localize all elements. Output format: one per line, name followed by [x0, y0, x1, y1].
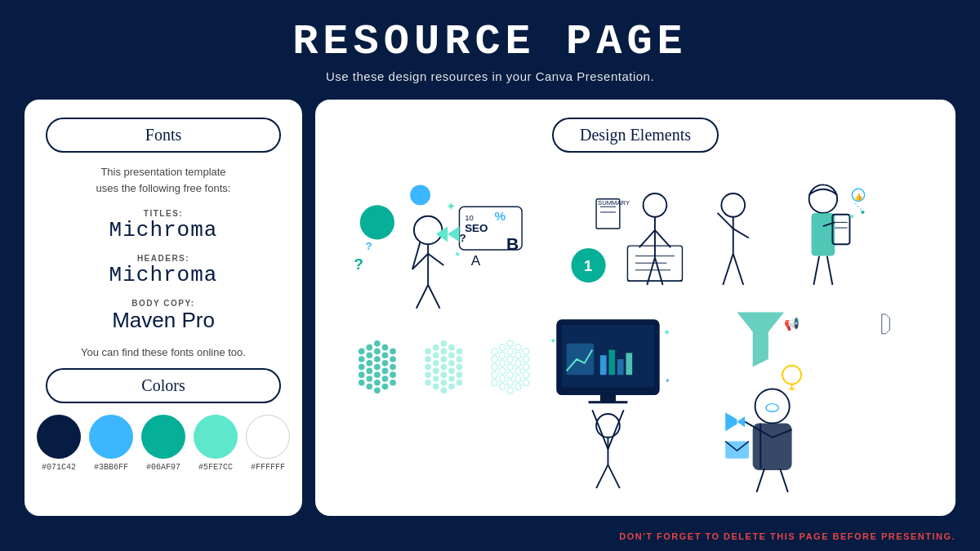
svg-text:10: 10 [465, 213, 474, 222]
svg-point-100 [440, 371, 447, 378]
svg-point-76 [382, 360, 389, 367]
svg-point-80 [390, 349, 396, 355]
svg-point-130 [507, 380, 514, 386]
body-value: Maven Pro [46, 308, 281, 333]
colors-badge: Colors [46, 368, 281, 403]
svg-text:👍: 👍 [854, 193, 863, 202]
svg-point-73 [374, 388, 381, 394]
svg-point-133 [514, 352, 521, 358]
fonts-online-note: You can find these fonts online too. [46, 346, 281, 358]
svg-point-141 [523, 371, 529, 378]
svg-point-24 [644, 193, 667, 217]
svg-point-129 [507, 371, 514, 378]
svg-line-7 [428, 285, 439, 309]
svg-line-40 [733, 229, 749, 238]
design-elements-illustration: ? ? ? 10 SEO % B A ✦ ✦ [338, 166, 933, 498]
svg-point-102 [440, 388, 447, 394]
svg-point-155 [596, 414, 620, 438]
svg-point-99 [440, 364, 447, 371]
svg-line-55 [854, 202, 862, 211]
svg-point-111 [457, 364, 463, 371]
svg-line-31 [655, 230, 670, 247]
svg-point-70 [374, 364, 381, 371]
svg-line-42 [733, 254, 743, 285]
svg-point-138 [523, 349, 529, 355]
svg-point-115 [492, 356, 498, 362]
svg-marker-160 [737, 313, 784, 367]
svg-text:SUMMARY: SUMMARY [598, 199, 630, 207]
svg-point-105 [448, 360, 455, 367]
font-entry-headers: HEADERS: Michroma [46, 254, 281, 287]
svg-point-66 [366, 384, 372, 390]
svg-point-172 [782, 366, 801, 384]
svg-point-98 [440, 356, 447, 362]
svg-rect-149 [626, 353, 633, 375]
svg-point-163 [766, 404, 778, 412]
svg-point-71 [374, 371, 381, 378]
fonts-badge: Fonts [46, 118, 281, 153]
svg-point-116 [492, 364, 498, 371]
svg-marker-175 [882, 314, 890, 334]
svg-point-101 [440, 380, 447, 386]
svg-text:?: ? [354, 256, 363, 273]
svg-point-136 [514, 375, 521, 382]
svg-point-112 [457, 371, 463, 378]
svg-point-64 [366, 368, 372, 375]
svg-marker-166 [737, 416, 746, 427]
design-elements-badge: Design Elements [552, 118, 719, 153]
page-subtitle: Use these design resources in your Canva… [0, 69, 980, 83]
svg-point-128 [507, 364, 514, 371]
color-swatches: #071C42 #3BB6FF #06AF97 #5FE7CC #FFFFFF [46, 415, 281, 472]
svg-point-63 [366, 360, 372, 367]
svg-point-140 [523, 364, 529, 371]
font-entry-titles: TITLES: Michroma [46, 209, 281, 242]
color-hex-teal: #06AF97 [146, 463, 180, 472]
svg-point-104 [448, 352, 455, 358]
svg-point-89 [425, 380, 431, 386]
svg-text:✦: ✦ [665, 377, 670, 384]
svg-point-56 [359, 349, 365, 355]
svg-point-96 [440, 340, 447, 347]
svg-point-75 [382, 352, 389, 358]
svg-text:✦: ✦ [454, 251, 461, 260]
svg-point-74 [382, 344, 389, 351]
svg-point-93 [433, 368, 439, 375]
color-hex-white: #FFFFFF [251, 463, 285, 472]
svg-point-69 [374, 356, 381, 362]
svg-point-81 [390, 356, 396, 362]
svg-text:1: 1 [584, 257, 593, 274]
svg-point-0 [360, 205, 394, 239]
svg-text:✦: ✦ [550, 336, 556, 345]
svg-line-49 [813, 256, 819, 285]
svg-rect-44 [812, 213, 835, 256]
svg-point-57 [359, 356, 365, 362]
svg-line-39 [718, 213, 733, 229]
svg-point-97 [440, 349, 447, 355]
svg-point-162 [755, 389, 790, 423]
fonts-description: This presentation template uses the foll… [46, 164, 281, 196]
svg-point-82 [390, 364, 396, 371]
svg-line-159 [608, 464, 619, 488]
svg-text:✦: ✦ [446, 199, 457, 213]
svg-point-85 [425, 349, 431, 355]
right-panel: Design Elements [315, 100, 956, 516]
svg-point-113 [457, 380, 463, 386]
svg-line-50 [827, 256, 833, 285]
svg-point-114 [492, 349, 498, 355]
titles-label: TITLES: [46, 209, 281, 218]
svg-point-1 [410, 184, 430, 205]
color-circle-mint [194, 415, 238, 459]
page-title: RESOURCE PAGE [0, 18, 980, 66]
main-content: Fonts This presentation template uses th… [0, 91, 980, 524]
svg-line-30 [639, 230, 655, 247]
page-header: RESOURCE PAGE Use these design resources… [0, 0, 980, 91]
svg-marker-20 [448, 226, 459, 242]
titles-value: Michroma [46, 218, 281, 242]
svg-text:A: A [471, 252, 481, 269]
svg-point-67 [374, 340, 381, 347]
svg-line-170 [780, 469, 788, 492]
svg-point-139 [523, 356, 529, 362]
svg-point-134 [514, 360, 521, 367]
svg-point-109 [457, 349, 463, 355]
svg-point-84 [390, 380, 396, 386]
